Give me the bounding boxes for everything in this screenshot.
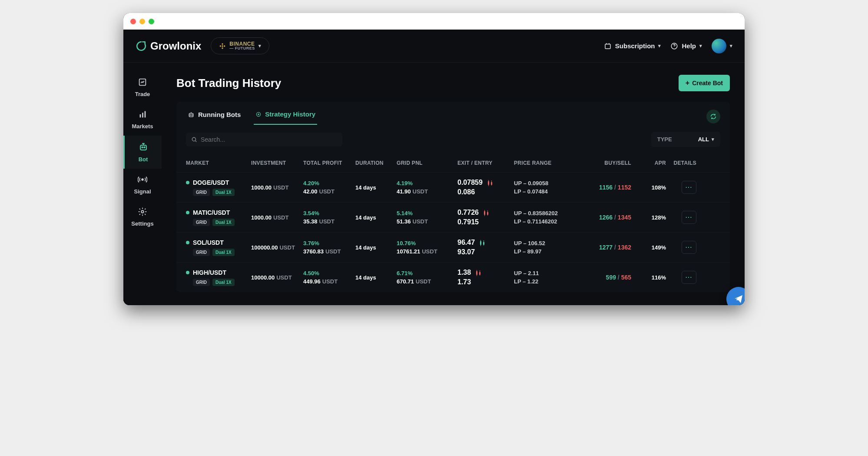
sidebar-item-label: Bot [139,156,148,163]
sidebar-item-markets[interactable]: Markets [123,103,162,136]
entry-price: 0.7915 [457,218,479,226]
tab-strategy-history[interactable]: Strategy History [254,108,317,125]
plus-icon: + [686,79,689,87]
chevron-down-icon: ▾ [730,43,732,49]
svg-point-16 [192,137,195,141]
grid-pnl-amount: 10761.21 [397,248,420,255]
type-filter[interactable]: TYPE ALL▾ [651,132,720,147]
svg-point-8 [144,147,145,148]
topbar: Growlonix BINANCE — FUTURES ▾ Subscripti… [123,30,745,63]
price-range-lp: LP – 0.07484 [514,188,583,195]
user-menu[interactable]: ▾ [712,39,732,53]
exchange-sub: — FUTURES [229,47,255,50]
exchange-selector[interactable]: BINANCE — FUTURES ▾ [211,37,269,54]
status-dot [186,271,189,274]
total-profit-pct: 4.50% [303,270,355,276]
bot-icon [138,142,149,153]
grid-pnl-pct: 10.76% [397,240,457,246]
svg-rect-26 [480,240,481,246]
svg-rect-0 [605,44,610,49]
settings-icon [138,207,147,218]
svg-point-9 [142,179,143,180]
sell-count: 1152 [618,184,631,191]
market-name: SOL/USDT [193,239,224,246]
maximize-window-button[interactable] [149,19,154,24]
svg-rect-22 [484,210,485,216]
details-button[interactable]: ··· [682,241,696,254]
search-input[interactable] [201,136,337,143]
search-icon [191,136,197,143]
price-range-up: UP – 2.11 [514,270,583,276]
entry-price: 0.086 [457,188,483,196]
sell-count: 1345 [618,214,631,221]
refresh-button[interactable] [706,110,720,123]
tab-running-bots[interactable]: Running Bots [186,108,242,124]
price-range-up: UP – 106.52 [514,240,583,246]
investment-amount: 1000.00 [251,184,272,191]
status-dot [186,181,189,184]
dual-badge: Dual 1X [212,189,235,196]
investment-amount: 100000.00 [251,244,278,251]
trade-icon [138,77,147,88]
apr: 128% [652,214,666,221]
avatar [712,39,726,53]
send-icon [733,294,744,304]
sidebar-item-trade[interactable]: Trade [123,71,162,103]
details-button[interactable]: ··· [682,181,696,194]
chevron-down-icon: ▾ [699,43,702,49]
sidebar-item-label: Settings [131,220,153,227]
signal-icon [138,175,147,186]
duration: 14 days [355,184,397,191]
brand-name: Growlonix [150,40,201,52]
create-bot-button[interactable]: + Create Bot [679,75,730,91]
chevron-down-icon: ▾ [712,136,714,142]
chevron-down-icon: ▾ [258,43,262,49]
subscription-icon [604,42,612,50]
total-profit-amount: 42.00 [303,188,318,195]
minimize-window-button[interactable] [139,19,145,24]
exit-price: 1.38 [457,269,471,276]
bot-icon [188,111,195,118]
table-row: HIGH/USDT GRIDDual 1X 10000.00USDT 4.50%… [176,262,730,292]
history-table: MARKET INVESTMENT TOTAL PROFIT DURATION … [176,154,730,292]
app-logo[interactable]: Growlonix [136,40,201,52]
candlestick-icon [483,210,489,216]
chevron-down-icon: ▾ [658,43,661,49]
grid-badge: GRID [193,189,210,196]
subscription-menu[interactable]: Subscription ▾ [604,42,661,50]
sidebar-item-signal[interactable]: Signal [123,169,162,201]
table-row: SOL/USDT GRIDDual 1X 100000.00USDT 3.76%… [176,232,730,262]
svg-rect-3 [140,114,141,117]
grid-pnl-amount: 41.90 [397,188,411,195]
help-icon [670,42,678,50]
sidebar-item-settings[interactable]: Settings [123,201,162,233]
total-profit-amount: 449.96 [303,278,321,285]
grid-pnl-amount: 670.71 [397,278,414,285]
status-dot [186,211,189,214]
table-row: MATIC/USDT GRIDDual 1X 1000.00USDT 3.54%… [176,202,730,232]
close-window-button[interactable] [130,19,136,24]
duration: 14 days [355,274,397,281]
total-profit-pct: 4.20% [303,180,355,186]
target-icon [255,111,262,117]
total-profit-amount: 3760.83 [303,248,324,255]
total-profit-amount: 35.38 [303,218,318,225]
grid-badge: GRID [193,249,210,256]
market-name: DOGE/USDT [193,179,229,186]
sidebar-item-bot[interactable]: Bot [123,136,162,169]
total-profit-pct: 3.54% [303,210,355,216]
price-range-up: UP – 0.83586202 [514,210,583,216]
search-input-wrap[interactable] [186,133,342,146]
svg-rect-30 [477,270,477,276]
help-menu[interactable]: Help ▾ [670,42,702,50]
details-button[interactable]: ··· [682,211,696,224]
svg-rect-5 [145,111,146,118]
buy-count: 599 [606,274,616,281]
svg-point-13 [192,114,192,115]
svg-rect-28 [484,240,484,246]
buy-count: 1277 [599,244,613,251]
buy-count: 1156 [599,184,613,191]
details-button[interactable]: ··· [682,271,696,284]
markets-icon [138,110,147,120]
dual-badge: Dual 1X [212,279,235,286]
